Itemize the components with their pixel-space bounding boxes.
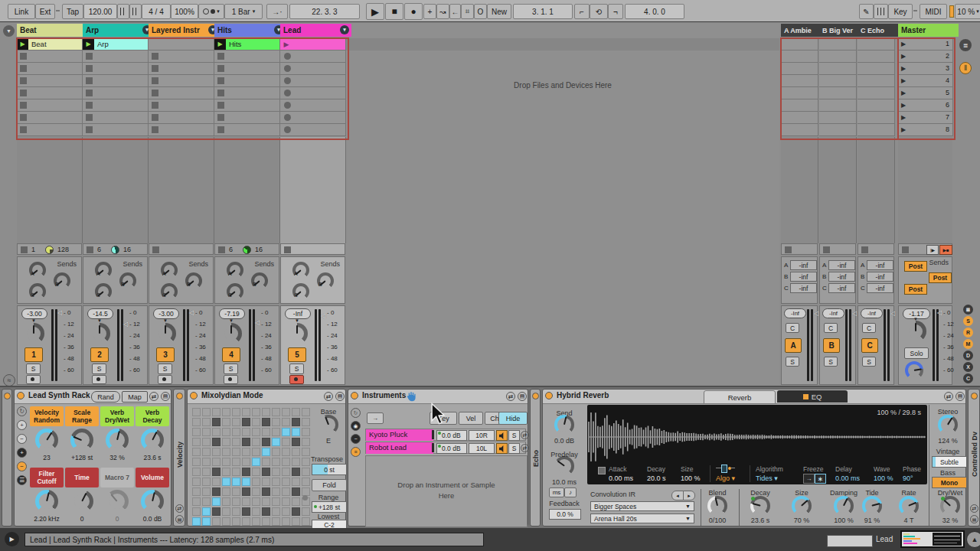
- scale-grid-cell[interactable]: [192, 507, 201, 516]
- new-button[interactable]: New: [487, 4, 511, 19]
- knob-value-size[interactable]: 70 %: [781, 517, 822, 524]
- scale-grid-cell[interactable]: [232, 478, 240, 486]
- return-send-field[interactable]: -inf: [790, 272, 817, 282]
- scale-grid-cell[interactable]: [212, 448, 220, 456]
- scale-grid-cell[interactable]: [292, 408, 300, 416]
- reenable-automation-icon[interactable]: ←: [449, 4, 461, 19]
- chain-row[interactable]: Kyoto Pluck0.0 dB10RS⇄: [365, 429, 526, 441]
- scale-grid-cell[interactable]: [252, 487, 260, 496]
- macro-value[interactable]: 0.0 dB: [136, 515, 169, 523]
- scale-grid-cell[interactable]: [272, 468, 280, 476]
- scale-grid-cell[interactable]: [232, 428, 240, 436]
- clip-stop-icon[interactable]: [20, 114, 27, 121]
- clip-slot[interactable]: [149, 99, 214, 112]
- freeze-in-icon[interactable]: →: [803, 474, 815, 484]
- scale-grid-cell[interactable]: [272, 497, 280, 506]
- solo-button[interactable]: S: [786, 357, 799, 367]
- scale-grid-cell[interactable]: [192, 448, 201, 456]
- volume-field[interactable]: -3.00: [153, 308, 179, 319]
- pan-field[interactable]: C: [862, 323, 876, 333]
- clip-slot[interactable]: [214, 124, 280, 136]
- scale-grid-cell[interactable]: [192, 517, 201, 526]
- clip-play-icon[interactable]: ▶: [214, 38, 226, 50]
- clip-record-icon[interactable]: [284, 114, 291, 121]
- automation-arm-icon[interactable]: ↝: [436, 4, 449, 19]
- scale-grid-cell[interactable]: [262, 448, 270, 456]
- pan-knob[interactable]: [155, 323, 176, 344]
- draw-mode-icon[interactable]: ✎: [859, 4, 874, 19]
- clip-stop-icon[interactable]: [217, 90, 224, 96]
- knob-damping[interactable]: [834, 496, 854, 516]
- scale-grid-cell[interactable]: [242, 438, 250, 446]
- scale-grid-cell[interactable]: [202, 507, 211, 516]
- rack-activator-led[interactable]: [17, 392, 24, 399]
- clip-record-icon[interactable]: [284, 126, 291, 133]
- scale-grid-cell[interactable]: [302, 438, 310, 446]
- clip-stop-icon[interactable]: [217, 102, 224, 109]
- speaker-icon[interactable]: [496, 430, 508, 441]
- scale-grid-cell[interactable]: [262, 418, 270, 426]
- knob-tide[interactable]: [862, 496, 882, 516]
- solo-button[interactable]: S: [92, 364, 106, 374]
- speaker-icon[interactable]: [496, 443, 508, 454]
- hide-devices-button[interactable]: Hide: [498, 412, 528, 425]
- attack-checkbox[interactable]: [598, 467, 606, 474]
- save-preset-icon[interactable]: ▤: [175, 515, 184, 523]
- macro-knob[interactable]: [141, 429, 164, 452]
- scene-play-icon[interactable]: ▶: [901, 41, 906, 47]
- loop-icon[interactable]: ⟲: [590, 4, 608, 19]
- volume-field[interactable]: -Inf: [861, 308, 883, 318]
- clip-stop-icon[interactable]: [152, 77, 158, 84]
- scale-grid-cell[interactable]: [272, 418, 280, 426]
- scale-grid-cell[interactable]: [202, 497, 211, 506]
- scale-grid-cell[interactable]: [202, 428, 211, 436]
- wave-value[interactable]: 100 %: [874, 474, 893, 482]
- scale-grid-cell[interactable]: [282, 507, 290, 516]
- scene-slot[interactable]: ▶5: [898, 87, 953, 99]
- scale-grid-cell[interactable]: [302, 428, 310, 436]
- scale-grid-cell[interactable]: [292, 428, 300, 436]
- clip-slot[interactable]: [214, 63, 280, 75]
- map-button[interactable]: Map: [122, 391, 148, 403]
- scale-grid-cell[interactable]: [292, 458, 300, 466]
- scale-grid-cell[interactable]: [242, 408, 250, 416]
- fader-handle[interactable]: ◁: [189, 310, 194, 316]
- knob-value-dry-wet[interactable]: 32 %: [929, 517, 971, 524]
- play-button[interactable]: ▶: [366, 3, 384, 20]
- clip-slot[interactable]: [280, 75, 346, 87]
- send-value[interactable]: 0.0 dB: [543, 437, 586, 445]
- macro-knob[interactable]: [35, 429, 58, 452]
- scale-grid-cell[interactable]: [262, 487, 270, 496]
- echo-activator-led[interactable]: [532, 393, 539, 399]
- scale-grid-cell[interactable]: [292, 418, 300, 426]
- scale-grid-cell[interactable]: [302, 408, 310, 416]
- volume-field[interactable]: -Inf: [285, 308, 311, 319]
- clip-stop-icon[interactable]: [20, 102, 27, 109]
- track-header-layered-instr[interactable]: Layered Instr▾: [149, 24, 220, 37]
- scale-grid-cell[interactable]: [262, 507, 270, 516]
- velocity-activator-led[interactable]: [176, 393, 183, 399]
- clip-stop-icon[interactable]: [152, 102, 158, 109]
- mixer-toggle-m[interactable]: M: [963, 339, 973, 349]
- clip-slot[interactable]: [214, 99, 280, 112]
- scale-grid-cell[interactable]: [222, 408, 230, 416]
- scale-grid-cell[interactable]: [282, 408, 290, 416]
- macro-value[interactable]: 0: [65, 515, 99, 523]
- scale-grid-cell[interactable]: [202, 487, 211, 496]
- scale-grid-cell[interactable]: [192, 478, 201, 486]
- scale-grid-cell[interactable]: [292, 478, 300, 486]
- chain-solo-button[interactable]: S: [508, 443, 520, 454]
- scale-grid-cell[interactable]: [232, 468, 240, 476]
- scale-grid-cell[interactable]: [222, 487, 230, 496]
- scale-grid-cell[interactable]: [242, 487, 250, 496]
- clip-slot[interactable]: [214, 112, 280, 124]
- add-variation-icon[interactable]: +: [17, 420, 27, 430]
- scale-grid-cell[interactable]: [252, 468, 260, 476]
- scale-grid-cell[interactable]: [252, 458, 260, 466]
- scale-grid-cell[interactable]: [212, 478, 220, 486]
- scale-grid-cell[interactable]: [232, 507, 240, 516]
- scale-grid-cell[interactable]: [282, 438, 290, 446]
- return-send-field[interactable]: -inf: [828, 283, 855, 293]
- chain-drop-area[interactable]: Drop an Instrument or Sample Here: [365, 455, 528, 527]
- track-header-lead[interactable]: Lead▾: [280, 24, 351, 37]
